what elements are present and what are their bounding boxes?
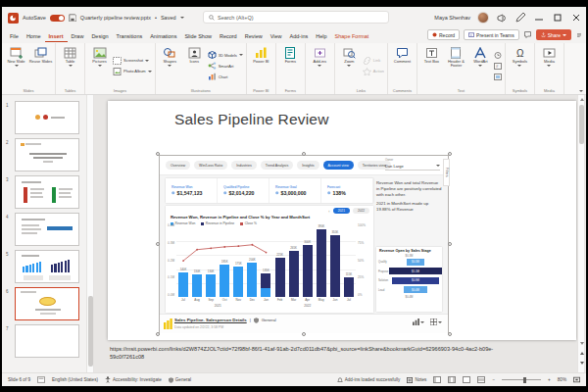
- comments-icon[interactable]: [523, 30, 532, 39]
- icons-button[interactable]: Icons: [182, 44, 207, 87]
- saved-status[interactable]: Saved: [161, 15, 176, 21]
- text-box-button[interactable]: Text Box: [419, 44, 444, 87]
- powerbi-report-object[interactable]: OverviewWin/Loss RatioIndustriesTrend An…: [159, 155, 449, 333]
- minimize-icon[interactable]: [533, 11, 545, 24]
- table-button[interactable]: Table: [58, 44, 82, 87]
- share-button[interactable]: Share: [536, 29, 571, 40]
- zoom-button[interactable]: Zoom: [337, 44, 362, 87]
- tab-draw[interactable]: Draw: [68, 30, 88, 42]
- slide-thumbnail[interactable]: [15, 101, 79, 134]
- slide-thumbnail[interactable]: [15, 324, 79, 358]
- item-button[interactable]: [494, 51, 502, 60]
- search-input[interactable]: Search (Alt+Q): [203, 11, 389, 24]
- tab-file[interactable]: File: [6, 30, 23, 42]
- selection-handle[interactable]: [302, 332, 306, 336]
- next-slide-icon[interactable]: [580, 362, 584, 365]
- tab-record[interactable]: Record: [216, 30, 241, 42]
- screenshot-button[interactable]: Screenshot: [113, 56, 152, 65]
- sensitivity-status[interactable]: General: [169, 377, 191, 383]
- pictures-button[interactable]: Pictures: [87, 44, 112, 87]
- present-in-teams-button[interactable]: Present in Teams: [464, 29, 519, 40]
- report-tab-overview[interactable]: Overview: [166, 161, 190, 170]
- selection-handle[interactable]: [448, 152, 452, 156]
- selection-handle[interactable]: [448, 332, 452, 336]
- slideshow-view-icon[interactable]: [477, 376, 485, 383]
- report-tab-trend-analysis[interactable]: Trend Analysis: [261, 161, 293, 170]
- power-bi-button[interactable]: Power BI: [249, 44, 273, 87]
- ribbon-display-options-icon[interactable]: [575, 31, 583, 39]
- tab-transitions[interactable]: Transitions: [113, 30, 147, 42]
- previous-slide-icon[interactable]: [580, 352, 584, 355]
- 3d-models-button[interactable]: 3D Models: [208, 51, 243, 60]
- forms-button[interactable]: Forms: [278, 44, 303, 87]
- selection-handle[interactable]: [302, 152, 306, 156]
- wordart-button[interactable]: WordArt: [468, 44, 493, 87]
- selection-handle[interactable]: [156, 152, 160, 156]
- zoom-slider[interactable]: [502, 379, 541, 380]
- year-pill-2021[interactable]: 2021: [333, 208, 350, 214]
- item-button[interactable]: [494, 73, 502, 81]
- tab-shape-format[interactable]: Shape Format: [331, 30, 373, 42]
- kpi-card[interactable]: Revenue Won$1,547,123Qualified Pipeline$…: [166, 178, 373, 203]
- save-icon[interactable]: [69, 14, 76, 22]
- revenue-combo-chart[interactable]: ↑20212022 Revenue Won, Revenue in Pipeli…: [166, 206, 373, 313]
- symbols-button[interactable]: ΩSymbols: [508, 44, 532, 87]
- report-source-link[interactable]: Sales Pipeline. Salesperson Details: [174, 318, 247, 322]
- owner-filter-dropdown[interactable]: Owner Dan Large: [385, 158, 440, 173]
- item-button[interactable]: #: [494, 62, 502, 71]
- report-tab-insights[interactable]: Insights: [297, 161, 318, 170]
- layout-icon[interactable]: [37, 376, 45, 383]
- tab-design[interactable]: Design: [87, 30, 112, 42]
- close-icon[interactable]: [570, 11, 582, 24]
- slide-indicator[interactable]: Slide 6 of 9: [8, 377, 30, 382]
- action-button[interactable]: Action: [363, 67, 384, 75]
- report-tab-win-loss-ratio[interactable]: Win/Loss Ratio: [194, 161, 227, 170]
- chart-button[interactable]: Chart: [208, 73, 243, 81]
- zoom-in-button[interactable]: +: [548, 377, 551, 382]
- selection-handle[interactable]: [448, 242, 452, 246]
- funnel-chart[interactable]: Revenue Open by Sales Stage $0.3M Qualif…: [376, 247, 442, 312]
- zoom-out-button[interactable]: −: [492, 377, 495, 382]
- slide-thumbnail[interactable]: [15, 250, 79, 283]
- reading-view-icon[interactable]: [463, 376, 470, 383]
- report-tab-account-view[interactable]: Account view: [323, 161, 354, 170]
- user-name[interactable]: Maya Shenhav: [434, 15, 470, 21]
- normal-view-icon[interactable]: [433, 376, 441, 383]
- reuse-slides-button[interactable]: Reuse Slides: [28, 44, 53, 87]
- slide-thumbnail[interactable]: [15, 175, 79, 209]
- layout-options-button[interactable]: [430, 318, 442, 325]
- avatar[interactable]: [477, 12, 489, 24]
- addins-status[interactable]: Add-ins loaded successfully: [337, 377, 401, 383]
- slide-sorter-view-icon[interactable]: [448, 376, 456, 383]
- tab-insert[interactable]: Insert: [45, 30, 68, 42]
- restore-icon[interactable]: [552, 11, 564, 24]
- link-button[interactable]: Link: [363, 56, 384, 65]
- scroll-up-icon[interactable]: [580, 98, 584, 101]
- scroll-down-icon[interactable]: [580, 342, 584, 345]
- slide-thumbnail[interactable]: [15, 138, 79, 172]
- slide[interactable]: Sales Pipeline Review OverviewWin/Loss R…: [108, 101, 576, 340]
- tab-view[interactable]: View: [267, 30, 286, 42]
- megaphone-icon[interactable]: [496, 11, 508, 24]
- selection-handle[interactable]: [156, 332, 160, 336]
- slide-thumbnail[interactable]: [15, 287, 79, 320]
- notes-button[interactable]: Notes: [407, 377, 426, 383]
- photo-album-button[interactable]: Photo Album: [113, 67, 152, 75]
- canvas-scrollbar[interactable]: [577, 95, 585, 372]
- year-pill-2022[interactable]: 2022: [353, 208, 369, 214]
- tab-slide-show[interactable]: Slide Show: [180, 30, 216, 42]
- autosave-toggle[interactable]: [50, 15, 65, 22]
- smartart-button[interactable]: SmartArt: [208, 62, 243, 71]
- tab-help[interactable]: Help: [312, 30, 330, 42]
- tab-review[interactable]: Review: [241, 30, 267, 42]
- add-ins-button[interactable]: Add-ins: [308, 44, 332, 87]
- filters-pane-tab[interactable]: Filters: [443, 159, 450, 186]
- report-tab-industries[interactable]: Industries: [231, 161, 257, 170]
- drill-up-icon[interactable]: ↑: [328, 209, 330, 214]
- header-footer-button[interactable]: Header & Footer: [444, 44, 468, 87]
- comment-button[interactable]: Comment: [390, 44, 415, 87]
- slide-thumbnail[interactable]: [15, 213, 79, 246]
- pen-mode-icon[interactable]: [514, 11, 526, 24]
- saved-caret-icon[interactable]: [180, 17, 184, 19]
- record-button[interactable]: Record: [427, 29, 460, 40]
